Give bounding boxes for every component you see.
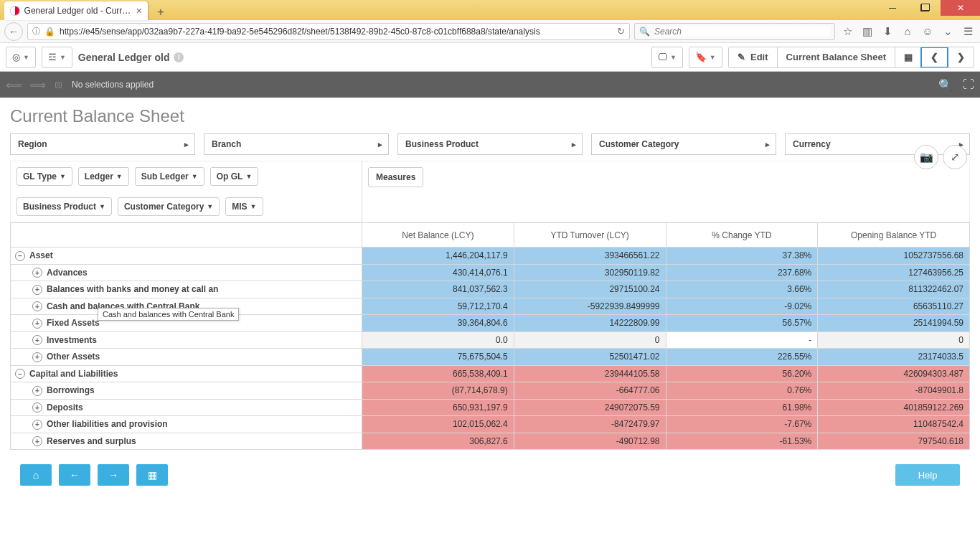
reload-icon[interactable]: ↻ bbox=[617, 26, 625, 37]
value-cell: - bbox=[666, 331, 818, 349]
expand-icon[interactable]: + bbox=[32, 386, 42, 396]
selections-tool-icon[interactable]: ⛶ bbox=[963, 78, 974, 91]
snapshot-button[interactable]: 📷 bbox=[914, 145, 938, 169]
browser-tab[interactable]: General Ledger old - Curre… × bbox=[4, 1, 148, 20]
dim-cell[interactable]: +Other Assets bbox=[11, 349, 362, 366]
dim-chip[interactable]: Sub Ledger▼ bbox=[135, 167, 204, 186]
nav-back-button[interactable]: ← bbox=[4, 22, 23, 41]
menu-icon[interactable]: ☰ bbox=[960, 24, 976, 39]
table-button[interactable]: ▦ bbox=[136, 464, 168, 486]
expand-icon[interactable]: + bbox=[32, 436, 42, 446]
dim-chip[interactable]: Business Product▼ bbox=[17, 197, 112, 216]
edit-button[interactable]: Edit bbox=[729, 47, 777, 67]
table-row[interactable]: +Reserves and surplus306,827.6-490712.98… bbox=[11, 433, 970, 450]
search-input[interactable] bbox=[654, 27, 830, 37]
expand-icon[interactable]: + bbox=[32, 420, 42, 430]
table-row[interactable]: +Borrowings(87,714,678.9)-664777.060.76%… bbox=[11, 382, 970, 400]
fullscreen-button[interactable]: ⤢ bbox=[943, 145, 967, 169]
filter-branch[interactable]: Branch bbox=[204, 133, 389, 155]
window-close[interactable]: ✕ bbox=[941, 0, 980, 16]
dim-cell[interactable]: +Investments bbox=[11, 331, 362, 349]
account-icon[interactable]: ☺ bbox=[920, 24, 936, 39]
table-row[interactable]: −Capital and Liabilities665,538,409.1239… bbox=[11, 365, 970, 382]
clear-selections-icon[interactable]: ⦻ bbox=[53, 78, 65, 91]
dim-chip[interactable]: Op GL▼ bbox=[210, 167, 259, 186]
table-row[interactable]: +Other Assets75,675,504.552501471.02226.… bbox=[11, 349, 970, 366]
value-cell: 0.76% bbox=[666, 382, 818, 400]
new-tab-button[interactable]: + bbox=[152, 4, 169, 20]
sheet-grid-icon[interactable]: ▦ bbox=[895, 47, 921, 67]
downloads-icon[interactable]: ⬇ bbox=[880, 24, 895, 39]
dim-chip[interactable]: GL Type▼ bbox=[17, 167, 72, 186]
col-header[interactable]: % Change YTD bbox=[666, 223, 818, 248]
filter-customer-category[interactable]: Customer Category bbox=[591, 133, 776, 155]
help-button[interactable]: Help bbox=[895, 464, 960, 486]
collapse-icon[interactable]: − bbox=[15, 251, 25, 261]
dim-cell[interactable]: +Deposits bbox=[11, 399, 362, 416]
dim-cell[interactable]: +Advances bbox=[11, 264, 362, 281]
value-cell: 226.55% bbox=[666, 349, 818, 366]
dim-cell[interactable]: +Borrowings bbox=[11, 382, 362, 400]
dim-chip[interactable]: Customer Category▼ bbox=[118, 197, 220, 216]
close-icon[interactable]: × bbox=[136, 5, 142, 17]
footer-nav: ⌂ ← → ▦ Help bbox=[10, 450, 970, 500]
table-row[interactable]: −Asset1,446,204,117.9393466561.2237.38%1… bbox=[11, 248, 970, 265]
col-header[interactable]: Net Balance (LCY) bbox=[362, 223, 514, 248]
identity-icon[interactable]: ⓘ bbox=[32, 26, 40, 37]
dim-chip[interactable]: MIS▼ bbox=[225, 197, 263, 216]
browser-search[interactable]: 🔍 bbox=[634, 23, 835, 40]
filter-business-product[interactable]: Business Product bbox=[397, 133, 583, 155]
expand-icon[interactable]: + bbox=[32, 352, 42, 362]
bookmarks-button[interactable]: 🔖▼ bbox=[689, 47, 722, 68]
col-header[interactable]: Opening Balance YTD bbox=[818, 223, 970, 248]
table-row[interactable]: +Advances430,414,076.1302950119.82237.68… bbox=[11, 264, 970, 281]
dim-cell[interactable]: +Balances with banks and money at call a… bbox=[11, 281, 362, 298]
prev-button[interactable]: ← bbox=[59, 464, 90, 486]
dim-cell[interactable]: −Capital and Liabilities bbox=[11, 365, 362, 382]
window-minimize[interactable] bbox=[876, 0, 908, 16]
prev-sheet-button[interactable]: ❮ bbox=[920, 47, 948, 68]
collapse-icon[interactable]: − bbox=[15, 369, 25, 379]
expand-icon[interactable]: + bbox=[32, 319, 42, 329]
selection-status: No selections applied bbox=[72, 80, 154, 90]
current-sheet-label[interactable]: Current Balance Sheet bbox=[777, 47, 895, 67]
library-icon[interactable]: ▥ bbox=[859, 24, 875, 39]
next-sheet-button[interactable]: ❯ bbox=[948, 47, 974, 67]
pocket-icon[interactable]: ⌄ bbox=[940, 24, 956, 39]
expand-icon[interactable]: + bbox=[32, 301, 42, 311]
expand-icon[interactable]: + bbox=[32, 268, 42, 278]
expand-icon[interactable]: + bbox=[32, 335, 42, 345]
table-row[interactable]: +Investments0.00-0 bbox=[11, 331, 970, 349]
dim-chip[interactable]: Ledger▼ bbox=[78, 167, 129, 186]
table-row[interactable]: +Other liabilities and provision102,015,… bbox=[11, 416, 970, 433]
step-forward-icon[interactable]: ⟹ bbox=[29, 78, 46, 92]
home-icon[interactable]: ⌂ bbox=[900, 24, 915, 39]
filter-region[interactable]: Region bbox=[10, 133, 195, 155]
bookmark-star-icon[interactable]: ☆ bbox=[839, 24, 855, 39]
assets-button[interactable]: ☲▼ bbox=[42, 47, 72, 68]
measures-button[interactable]: Measures bbox=[368, 167, 423, 187]
value-cell: -87049901.8 bbox=[818, 382, 970, 400]
value-cell: -7.67% bbox=[666, 416, 818, 433]
table-row[interactable]: +Deposits650,931,197.9249072075.5961.98%… bbox=[11, 399, 970, 416]
dim-cell[interactable]: +Other liabilities and provision bbox=[11, 416, 362, 433]
filter-currency[interactable]: Currency bbox=[785, 133, 970, 155]
expand-icon[interactable]: + bbox=[32, 285, 42, 295]
col-header[interactable]: YTD Turnover (LCY) bbox=[514, 223, 666, 248]
window-restore[interactable] bbox=[908, 0, 941, 16]
value-cell: 61.98% bbox=[666, 399, 818, 416]
value-cell: 75,675,504.5 bbox=[362, 349, 514, 366]
global-search-icon[interactable]: 🔍 bbox=[938, 78, 953, 92]
next-button[interactable]: → bbox=[98, 464, 129, 486]
expand-icon[interactable]: + bbox=[32, 402, 42, 413]
device-preview-button[interactable]: 🖵▼ bbox=[651, 47, 683, 68]
home-button[interactable]: ⌂ bbox=[20, 464, 52, 486]
table-row[interactable]: +Balances with banks and money at call a… bbox=[11, 281, 970, 298]
dim-cell[interactable]: +Reserves and surplus bbox=[11, 433, 362, 450]
url-bar[interactable]: ⓘ 🔒 https://e45/sense/app/032aa9b7-227a-… bbox=[27, 23, 630, 40]
monitor-icon: 🖵 bbox=[658, 52, 667, 62]
step-back-icon[interactable]: ⟸ bbox=[6, 78, 22, 92]
info-icon[interactable]: i bbox=[174, 52, 184, 62]
dim-cell[interactable]: −Asset bbox=[11, 248, 362, 265]
nav-menu-button[interactable]: ◎▼ bbox=[6, 47, 36, 68]
